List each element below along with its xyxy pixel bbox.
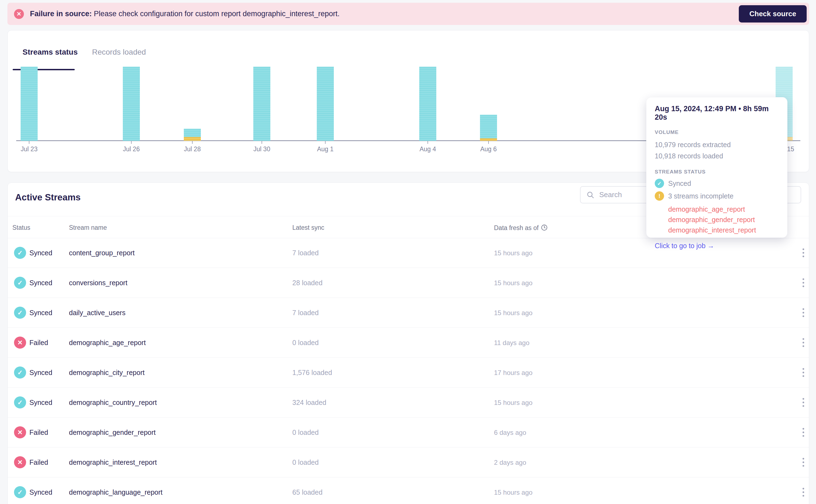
error-banner: ✕ Failure in source: Please check config… xyxy=(7,3,809,25)
tooltip-incomplete-label: 3 streams incomplete xyxy=(668,192,734,200)
axis-tick xyxy=(29,141,29,144)
data-fresh-value: 15 hours ago xyxy=(494,399,532,407)
search-icon xyxy=(586,191,595,199)
clock-icon[interactable] xyxy=(541,224,548,231)
data-fresh-value: 15 hours ago xyxy=(494,249,532,257)
table-row: ✕ Failed demographic_interest_report 0 l… xyxy=(8,447,809,477)
incomplete-stream-link[interactable]: demographic_age_report xyxy=(668,204,779,214)
status-icon: ✕ xyxy=(14,456,26,468)
synced-check-icon: ✓ xyxy=(655,179,664,188)
x-axis-label: Aug 6 xyxy=(469,145,508,153)
chart-bar-jul-23[interactable] xyxy=(21,67,38,141)
error-banner-message-bold: Failure in source: xyxy=(30,10,92,18)
status-icon: ✓ xyxy=(14,366,26,379)
warning-icon: ! xyxy=(655,191,664,201)
data-fresh-value: 17 hours ago xyxy=(494,369,532,377)
status-label: Failed xyxy=(29,339,48,347)
row-menu-button[interactable] xyxy=(798,397,808,407)
row-menu-button[interactable] xyxy=(798,308,808,318)
status-icon: ✓ xyxy=(14,277,26,289)
column-header-data-fresh-label: Data fresh as of xyxy=(494,224,538,231)
chart-bar-jul-28[interactable] xyxy=(184,129,201,141)
table-row: ✓ Synced demographic_city_report 1,576 l… xyxy=(8,358,809,388)
table-row: ✓ Synced demographic_language_report 65 … xyxy=(8,477,809,504)
tooltip-incomplete-row: ! 3 streams incomplete xyxy=(655,191,779,201)
status-icon: ✓ xyxy=(14,307,26,319)
column-header-stream-name: Stream name xyxy=(69,224,107,231)
latest-sync-value: 0 loaded xyxy=(292,429,319,436)
table-row: ✓ Synced demographic_country_report 324 … xyxy=(8,388,809,418)
status-icon: ✓ xyxy=(14,396,26,408)
status-icon: ✓ xyxy=(14,247,26,259)
axis-tick xyxy=(427,141,428,144)
latest-sync-value: 1,576 loaded xyxy=(292,369,332,377)
bar-loaded-segment xyxy=(184,129,201,137)
row-menu-button[interactable] xyxy=(798,368,808,377)
status-label: Failed xyxy=(29,458,48,466)
chart-bar-jul-26[interactable] xyxy=(123,67,140,141)
tooltip-incomplete-streams: demographic_age_reportdemographic_gender… xyxy=(655,204,779,235)
row-menu-button[interactable] xyxy=(798,338,808,348)
tab-streams-status[interactable]: Streams status xyxy=(23,48,78,57)
sync-dashboard: ✕ Failure in source: Please check config… xyxy=(0,0,816,504)
bar-incomplete-segment xyxy=(480,138,497,141)
latest-sync-value: 0 loaded xyxy=(292,339,319,347)
column-header-status: Status xyxy=(12,224,30,231)
column-header-latest-sync: Latest sync xyxy=(292,224,324,231)
status-label: Synced xyxy=(29,399,52,407)
chart-bar-aug-4[interactable] xyxy=(419,67,436,141)
table-row: ✓ Synced conversions_report 28 loaded 15… xyxy=(8,268,809,298)
data-fresh-value: 2 days ago xyxy=(494,459,526,466)
table-row: ✓ Synced daily_active_users 7 loaded 15 … xyxy=(8,298,809,328)
tab-records-loaded[interactable]: Records loaded xyxy=(92,48,146,57)
table-row: ✕ Failed demographic_age_report 0 loaded… xyxy=(8,328,809,358)
incomplete-stream-link[interactable]: demographic_interest_report xyxy=(668,225,779,235)
status-icon: ✓ xyxy=(14,486,26,498)
axis-tick xyxy=(488,141,489,144)
bar-incomplete-segment xyxy=(184,137,201,141)
bar-loaded-segment xyxy=(480,115,497,138)
stream-name: demographic_city_report xyxy=(69,369,144,377)
row-menu-button[interactable] xyxy=(798,427,808,437)
chart-bar-aug-1[interactable] xyxy=(317,67,334,141)
check-source-button[interactable]: Check source xyxy=(739,5,807,23)
table-row: ✕ Failed demographic_gender_report 0 loa… xyxy=(8,418,809,447)
error-banner-message-rest: Please check configuration for custom re… xyxy=(92,10,340,18)
column-header-data-fresh: Data fresh as of xyxy=(494,224,548,232)
tooltip-records-extracted: 10,979 records extracted xyxy=(655,139,779,150)
latest-sync-value: 65 loaded xyxy=(292,488,323,496)
data-fresh-value: 15 hours ago xyxy=(494,279,532,287)
latest-sync-value: 7 loaded xyxy=(292,249,319,257)
status-label: Failed xyxy=(29,429,48,436)
axis-tick xyxy=(192,141,192,144)
latest-sync-value: 7 loaded xyxy=(292,309,319,317)
chart-bar-aug-6[interactable] xyxy=(480,115,497,141)
tooltip-title: Aug 15, 2024, 12:49 PM • 8h 59m 20s xyxy=(655,105,779,122)
status-label: Synced xyxy=(29,488,52,496)
x-axis-label: Jul 23 xyxy=(10,145,48,153)
latest-sync-value: 28 loaded xyxy=(292,279,323,287)
status-label: Synced xyxy=(29,249,52,257)
chart-bar-jul-30[interactable] xyxy=(253,67,270,141)
x-axis-label: Jul 28 xyxy=(173,145,212,153)
status-label: Synced xyxy=(29,309,52,317)
sync-tooltip: Aug 15, 2024, 12:49 PM • 8h 59m 20s VOLU… xyxy=(646,97,787,238)
data-fresh-value: 6 days ago xyxy=(494,429,526,436)
row-menu-button[interactable] xyxy=(798,457,808,467)
go-to-job-link[interactable]: Click to go to job → xyxy=(655,242,779,250)
status-icon: ✕ xyxy=(14,337,26,349)
data-fresh-value: 15 hours ago xyxy=(494,489,532,496)
status-label: Synced xyxy=(29,369,52,377)
error-banner-message: Failure in source: Please check configur… xyxy=(30,10,340,18)
row-menu-button[interactable] xyxy=(798,248,808,258)
stream-name: demographic_language_report xyxy=(69,488,163,496)
latest-sync-value: 324 loaded xyxy=(292,399,326,407)
row-menu-button[interactable] xyxy=(798,278,808,288)
incomplete-stream-link[interactable]: demographic_gender_report xyxy=(668,214,779,225)
row-menu-button[interactable] xyxy=(798,487,808,497)
stream-name: daily_active_users xyxy=(69,309,125,317)
axis-tick xyxy=(131,141,131,144)
x-axis-label: Jul 26 xyxy=(112,145,150,153)
status-label: Synced xyxy=(29,279,52,287)
stream-name: demographic_gender_report xyxy=(69,429,156,436)
